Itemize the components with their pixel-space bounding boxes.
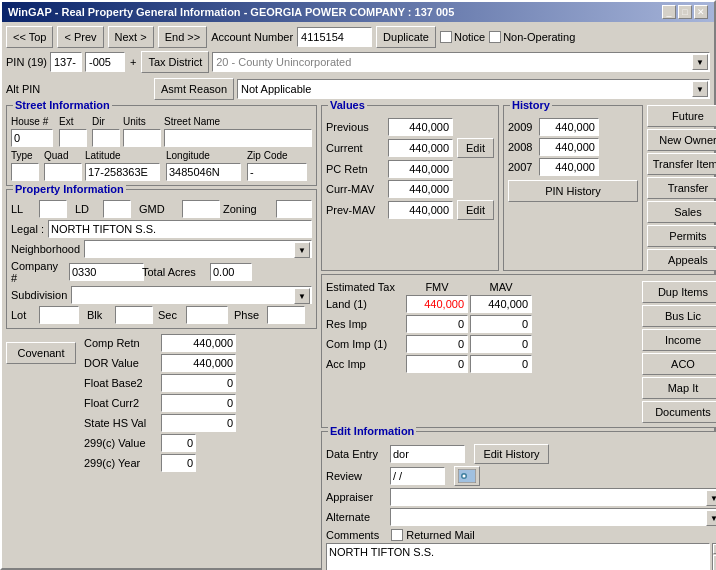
prev-mav-input[interactable] bbox=[388, 201, 453, 219]
hist-val3-input[interactable] bbox=[539, 158, 599, 176]
map-it-button[interactable]: Map It bbox=[642, 377, 716, 399]
future-button[interactable]: Future bbox=[647, 105, 716, 127]
edit-history-button[interactable]: Edit History bbox=[474, 444, 549, 464]
lon-input[interactable] bbox=[166, 163, 241, 181]
acc-imp-mav-input[interactable] bbox=[470, 355, 532, 373]
duplicate-button[interactable]: Duplicate bbox=[376, 26, 436, 48]
edit1-button[interactable]: Edit bbox=[457, 138, 494, 158]
documents-button[interactable]: Documents bbox=[642, 401, 716, 423]
permits-button[interactable]: Permits bbox=[647, 225, 716, 247]
comp-retn-input[interactable] bbox=[161, 334, 236, 352]
curr-mav-input[interactable] bbox=[388, 180, 453, 198]
pin2-input[interactable] bbox=[85, 52, 125, 72]
returned-mail-checkbox[interactable] bbox=[391, 529, 403, 541]
legal-input[interactable] bbox=[48, 220, 312, 238]
transfer-items-button[interactable]: Transfer Items bbox=[647, 153, 716, 175]
current-value-input[interactable] bbox=[388, 139, 453, 157]
covenant-button[interactable]: Covenant bbox=[6, 342, 76, 364]
zip-input[interactable] bbox=[247, 163, 307, 181]
ll-input[interactable] bbox=[39, 200, 67, 218]
subdivision-dropdown-arrow[interactable]: ▼ bbox=[294, 288, 310, 304]
maximize-button[interactable]: □ bbox=[678, 5, 692, 19]
end-button[interactable]: End >> bbox=[158, 26, 207, 48]
sec-input[interactable] bbox=[186, 306, 228, 324]
pc-retn-input[interactable] bbox=[388, 160, 453, 178]
review-input[interactable] bbox=[390, 467, 445, 485]
ld-input[interactable] bbox=[103, 200, 131, 218]
account-number-input[interactable] bbox=[297, 27, 372, 47]
bus-lic-button[interactable]: Bus Lic bbox=[642, 305, 716, 327]
tax-district-button[interactable]: Tax District bbox=[141, 51, 209, 73]
appraiser-dropdown-arrow[interactable]: ▼ bbox=[706, 490, 716, 506]
land-mav-input[interactable] bbox=[470, 295, 532, 313]
c299-yr-input[interactable] bbox=[161, 454, 196, 472]
land-fmv-input[interactable] bbox=[406, 295, 468, 313]
appraiser-label: Appraiser bbox=[326, 491, 386, 503]
street-information-group: Street Information House # Ext Dir Units… bbox=[6, 105, 317, 186]
type-input[interactable] bbox=[11, 163, 39, 181]
dor-value-input[interactable] bbox=[161, 354, 236, 372]
values-label: Values bbox=[328, 99, 367, 111]
comments-textarea[interactable]: NORTH TIFTON S.S. bbox=[326, 543, 710, 570]
hist-val2-input[interactable] bbox=[539, 138, 599, 156]
street-name-input[interactable] bbox=[164, 129, 312, 147]
tax-district-dropdown-arrow[interactable]: ▼ bbox=[692, 54, 708, 70]
ext-input[interactable] bbox=[59, 129, 87, 147]
state-hs-input[interactable] bbox=[161, 414, 236, 432]
dir-input[interactable] bbox=[92, 129, 120, 147]
units-input[interactable] bbox=[123, 129, 161, 147]
com-imp-mav-input[interactable] bbox=[470, 335, 532, 353]
company-input[interactable] bbox=[69, 263, 144, 281]
acc-imp-fmv-input[interactable] bbox=[406, 355, 468, 373]
hist-year3: 2007 bbox=[508, 161, 536, 173]
phse-input[interactable] bbox=[267, 306, 305, 324]
pin-history-button[interactable]: PIN History bbox=[508, 180, 638, 202]
previous-value-input[interactable] bbox=[388, 118, 453, 136]
dup-items-button[interactable]: Dup Items bbox=[642, 281, 716, 303]
window-controls: _ □ ✕ bbox=[662, 5, 708, 19]
notice-checkbox[interactable] bbox=[440, 31, 452, 43]
asmt-reason-dropdown-arrow[interactable]: ▼ bbox=[692, 81, 708, 97]
lat-input[interactable] bbox=[85, 163, 160, 181]
review-label: Review bbox=[326, 470, 386, 482]
minimize-button[interactable]: _ bbox=[662, 5, 676, 19]
neighborhood-dropdown-arrow[interactable]: ▼ bbox=[294, 242, 310, 258]
gmd-input[interactable] bbox=[182, 200, 220, 218]
edit-info-group: Edit Information Data Entry Edit History… bbox=[321, 431, 716, 570]
comments-scrollbar[interactable]: ▲ ▼ bbox=[712, 543, 716, 570]
data-entry-input[interactable] bbox=[390, 445, 465, 463]
close-button[interactable]: ✕ bbox=[694, 5, 708, 19]
com-imp-fmv-input[interactable] bbox=[406, 335, 468, 353]
next-button[interactable]: Next > bbox=[108, 26, 154, 48]
aco-button[interactable]: ACO bbox=[642, 353, 716, 375]
zoning-input[interactable] bbox=[276, 200, 312, 218]
edit2-button[interactable]: Edit bbox=[457, 200, 494, 220]
res-imp-fmv-input[interactable] bbox=[406, 315, 468, 333]
top-button[interactable]: << Top bbox=[6, 26, 53, 48]
pin1-input[interactable] bbox=[50, 52, 82, 72]
non-operating-checkbox[interactable] bbox=[489, 31, 501, 43]
float-base2-input[interactable] bbox=[161, 374, 236, 392]
account-number-label: Account Number bbox=[211, 31, 293, 43]
zip-label: Zip Code bbox=[247, 150, 312, 161]
svg-point-3 bbox=[463, 475, 466, 478]
review-image-button[interactable] bbox=[454, 466, 480, 486]
float-curr2-input[interactable] bbox=[161, 394, 236, 412]
total-acres-input[interactable] bbox=[210, 263, 252, 281]
asmt-reason-button[interactable]: Asmt Reason bbox=[154, 78, 234, 100]
new-owner-button[interactable]: New Owner bbox=[647, 129, 716, 151]
transfer-button[interactable]: Transfer bbox=[647, 177, 716, 199]
alternate-dropdown-arrow[interactable]: ▼ bbox=[706, 510, 716, 526]
c299-val-input[interactable] bbox=[161, 434, 196, 452]
income-button[interactable]: Income bbox=[642, 329, 716, 351]
lot-input[interactable] bbox=[39, 306, 79, 324]
res-imp-mav-input[interactable] bbox=[470, 315, 532, 333]
blk-input[interactable] bbox=[115, 306, 153, 324]
appeals-button[interactable]: Appeals bbox=[647, 249, 716, 271]
c299-yr-label: 299(c) Year bbox=[84, 457, 159, 469]
hist-val1-input[interactable] bbox=[539, 118, 599, 136]
house-number-input[interactable] bbox=[11, 129, 53, 147]
prev-button[interactable]: < Prev bbox=[57, 26, 103, 48]
sales-button[interactable]: Sales bbox=[647, 201, 716, 223]
quad-input[interactable] bbox=[44, 163, 82, 181]
